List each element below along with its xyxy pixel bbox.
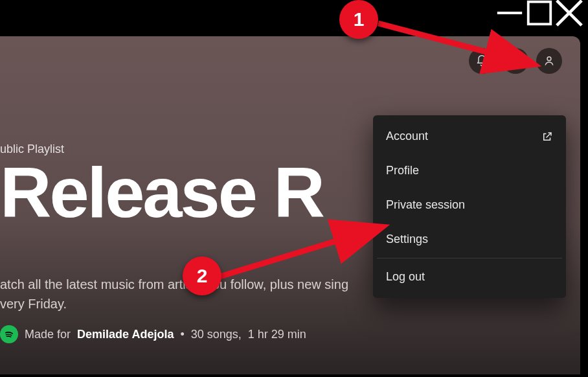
playlist-meta: Made for Demilade Adejola • 30 songs, 1 … <box>0 325 306 343</box>
person-icon <box>543 54 556 67</box>
window-titlebar <box>0 0 588 26</box>
dropdown-item-profile[interactable]: Profile <box>377 154 562 188</box>
desc-line-2: very Friday. <box>0 297 67 311</box>
dropdown-item-private-session[interactable]: Private session <box>377 188 562 222</box>
svg-rect-1 <box>528 2 551 25</box>
profile-dropdown: Account Profile Private session Settings… <box>373 115 566 298</box>
dropdown-item-label: Private session <box>386 198 465 212</box>
total-duration: 1 hr 29 min <box>248 328 306 341</box>
external-link-icon <box>541 131 553 143</box>
maximize-icon <box>525 0 554 28</box>
profile-button[interactable] <box>536 48 562 74</box>
spotify-logo <box>0 325 18 343</box>
dropdown-item-logout[interactable]: Log out <box>377 260 562 294</box>
window-close-button[interactable] <box>554 3 584 23</box>
svg-point-6 <box>547 57 551 61</box>
annotation-badge-2: 2 <box>183 257 221 295</box>
playlist-description: atch all the latest music from artists y… <box>0 275 348 314</box>
bell-icon <box>475 54 488 67</box>
friends-button[interactable] <box>503 48 528 74</box>
notifications-button[interactable] <box>469 48 495 74</box>
dropdown-separator <box>377 258 562 258</box>
close-icon <box>554 0 584 28</box>
dropdown-item-label: Log out <box>386 270 425 284</box>
people-icon <box>509 54 522 67</box>
dropdown-item-settings[interactable]: Settings <box>377 222 562 257</box>
window-maximize-button[interactable] <box>525 3 554 23</box>
svg-point-4 <box>512 57 515 60</box>
header-actions <box>469 48 562 74</box>
svg-point-5 <box>517 58 519 60</box>
spotify-icon <box>3 328 15 340</box>
minimize-icon <box>495 0 525 28</box>
dropdown-item-label: Account <box>386 130 428 143</box>
annotation-badge-1: 1 <box>339 0 378 39</box>
made-for-user[interactable]: Demilade Adejola <box>77 328 174 341</box>
window-minimize-button[interactable] <box>495 3 525 23</box>
song-count: 30 songs, <box>191 328 242 341</box>
desc-line-1: atch all the latest music from artists y… <box>0 277 348 291</box>
playlist-title: Release R <box>0 157 323 228</box>
dropdown-item-account[interactable]: Account <box>377 119 562 154</box>
dropdown-item-label: Profile <box>386 164 419 177</box>
meta-separator: • <box>180 328 184 341</box>
dropdown-item-label: Settings <box>386 233 428 246</box>
made-for-label: Made for <box>25 328 71 341</box>
